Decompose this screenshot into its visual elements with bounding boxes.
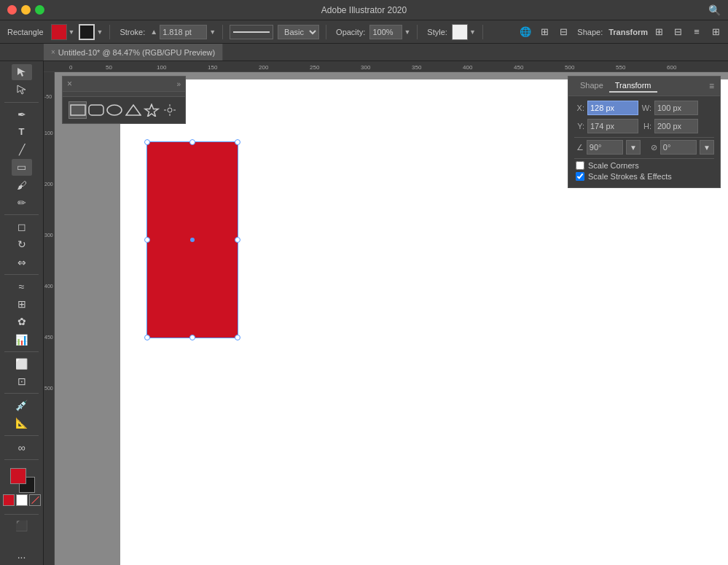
opacity-dropdown-icon[interactable]: ▼ bbox=[404, 28, 410, 36]
stroke-dropdown-icon[interactable]: ▼ bbox=[96, 28, 103, 36]
align-icon[interactable]: ⊟ bbox=[555, 24, 571, 40]
type-tool[interactable]: T bbox=[12, 124, 32, 140]
angle-input[interactable] bbox=[587, 140, 623, 155]
polygon-shape-btn[interactable] bbox=[124, 101, 142, 119]
scale-tool[interactable]: ⇔ bbox=[12, 254, 32, 270]
toolbar-icon-group: 🌐 ⊞ ⊟ Shape: Transform ⊞ ⊟ ≡ ⊞ bbox=[517, 24, 724, 40]
fill-dropdown-icon[interactable]: ▼ bbox=[69, 28, 75, 36]
shear-input[interactable] bbox=[660, 140, 697, 155]
lt-sep-6 bbox=[4, 435, 39, 436]
blend-tool[interactable]: ∞ bbox=[12, 439, 32, 455]
pen-tool[interactable]: ✒ bbox=[12, 106, 32, 122]
lt-sep-5 bbox=[4, 393, 39, 394]
canvas-content[interactable]: × » bbox=[55, 72, 728, 565]
shear-dropdown[interactable]: ▼ bbox=[700, 140, 714, 155]
y-input[interactable] bbox=[587, 119, 638, 133]
style-swatch[interactable] bbox=[452, 24, 468, 40]
left-ruler: -50 100 200 300 400 450 500 bbox=[44, 72, 55, 565]
globe-icon[interactable]: 🌐 bbox=[517, 24, 533, 40]
scale-corners-checkbox[interactable] bbox=[576, 161, 584, 170]
transform-more-icon[interactable]: ≡ bbox=[689, 24, 705, 40]
transform-x-row: X: W: bbox=[574, 101, 714, 115]
style-group: Style: ▼ bbox=[424, 24, 475, 40]
separator-3 bbox=[326, 25, 326, 39]
shape-tool[interactable]: ▭ bbox=[12, 159, 32, 175]
separator-1 bbox=[109, 25, 110, 39]
minimize-button[interactable] bbox=[21, 5, 31, 15]
slice-tool[interactable]: ⊡ bbox=[12, 373, 32, 389]
doc-tab-close[interactable]: × bbox=[51, 48, 55, 56]
x-input[interactable] bbox=[587, 101, 638, 115]
rectangle-shape-btn[interactable] bbox=[69, 101, 87, 119]
ellipse-shape-btn[interactable] bbox=[106, 101, 124, 119]
shape-panel-expand[interactable]: » bbox=[176, 80, 181, 88]
stroke-profile-dropdown[interactable]: Basic bbox=[278, 25, 319, 39]
stroke-swatch[interactable] bbox=[79, 24, 95, 40]
tab-transform[interactable]: Transform bbox=[609, 79, 657, 93]
swatch-row bbox=[3, 494, 41, 506]
none-swatch[interactable] bbox=[29, 494, 41, 506]
paintbrush-tool[interactable]: 🖌 bbox=[12, 177, 32, 193]
red-swatch[interactable] bbox=[3, 494, 15, 506]
tab-shape[interactable]: Shape bbox=[574, 79, 609, 93]
stroke-line-display[interactable] bbox=[230, 25, 273, 39]
fill-color[interactable]: ▼ bbox=[51, 24, 75, 40]
document-tab[interactable]: × Untitled-10* @ 84.47% (RGB/GPU Preview… bbox=[44, 44, 223, 61]
star-shape-btn[interactable] bbox=[142, 101, 160, 119]
ruler-tick-600: 600 bbox=[667, 64, 676, 71]
shape-panel-header[interactable]: × » bbox=[63, 77, 185, 92]
column-graph-tool[interactable]: 📊 bbox=[12, 332, 32, 348]
eyedropper-tool[interactable]: 💉 bbox=[12, 397, 32, 413]
eraser-tool[interactable]: ◻ bbox=[12, 219, 32, 235]
w-input[interactable] bbox=[654, 101, 698, 115]
pencil-tool[interactable]: ✏ bbox=[12, 195, 32, 211]
change-screen-mode[interactable]: ⬛ bbox=[12, 518, 32, 534]
shape-panel-close[interactable]: × bbox=[67, 79, 72, 89]
scale-strokes-checkbox[interactable] bbox=[576, 172, 584, 181]
stroke-up-icon[interactable]: ▲ bbox=[150, 28, 157, 36]
h-input[interactable] bbox=[654, 119, 698, 133]
fill-swatch[interactable] bbox=[51, 24, 67, 40]
color-stack[interactable] bbox=[10, 468, 34, 491]
symbol-tool[interactable]: ✿ bbox=[12, 313, 32, 330]
stroke-unit-dropdown[interactable]: ▼ bbox=[209, 28, 216, 36]
angle-dropdown[interactable]: ▼ bbox=[626, 140, 641, 155]
measure-tool[interactable]: 📐 bbox=[12, 415, 32, 431]
opacity-input[interactable] bbox=[369, 25, 402, 39]
foreground-color-swatch[interactable] bbox=[10, 468, 26, 484]
rounded-rect-shape-btn[interactable] bbox=[87, 101, 105, 119]
document-tab-bar: × Untitled-10* @ 84.47% (RGB/GPU Preview… bbox=[0, 44, 728, 61]
close-button[interactable] bbox=[7, 5, 17, 15]
style-dropdown-icon[interactable]: ▼ bbox=[469, 28, 476, 36]
shape-label: Shape: bbox=[577, 28, 603, 36]
white-swatch[interactable] bbox=[16, 494, 28, 506]
artboard-tool[interactable]: ⬜ bbox=[12, 356, 32, 372]
svg-rect-1 bbox=[89, 105, 103, 115]
line-tool[interactable]: ╱ bbox=[12, 141, 32, 157]
opacity-group: Opacity: ▼ bbox=[333, 25, 410, 39]
align-distribute-icon[interactable]: ⊞ bbox=[651, 24, 667, 40]
pathfinder-icon[interactable]: ⊟ bbox=[670, 24, 686, 40]
lt-sep-4 bbox=[4, 351, 39, 352]
flare-shape-btn[interactable] bbox=[161, 101, 179, 119]
search-icon[interactable]: 🔍 bbox=[708, 4, 721, 16]
fullscreen-button[interactable] bbox=[35, 5, 44, 15]
grid-icon[interactable]: ⊞ bbox=[536, 24, 552, 40]
ruler-tick-100: 100 bbox=[157, 64, 166, 71]
transform-popup-menu-icon[interactable]: ≡ bbox=[709, 81, 714, 91]
scale-strokes-label: Scale Strokes & Effects bbox=[588, 172, 672, 181]
selection-tool[interactable] bbox=[12, 64, 32, 80]
stroke-input[interactable] bbox=[160, 25, 207, 39]
quick-action-icon[interactable]: ⊞ bbox=[708, 24, 724, 40]
warp-tool[interactable]: ≈ bbox=[12, 278, 32, 295]
selected-rectangle[interactable] bbox=[146, 141, 238, 338]
more-tools[interactable]: ··· bbox=[12, 549, 32, 565]
free-transform-tool[interactable]: ⊞ bbox=[12, 296, 32, 312]
direct-selection-tool[interactable] bbox=[12, 82, 32, 98]
traffic-lights bbox=[7, 5, 44, 15]
ruler-v-100: 100 bbox=[44, 130, 53, 136]
rect-fill bbox=[146, 141, 238, 338]
tp-divider-2 bbox=[574, 158, 714, 159]
rotate-tool[interactable]: ↻ bbox=[12, 236, 32, 252]
stroke-color[interactable]: ▼ bbox=[79, 24, 103, 40]
